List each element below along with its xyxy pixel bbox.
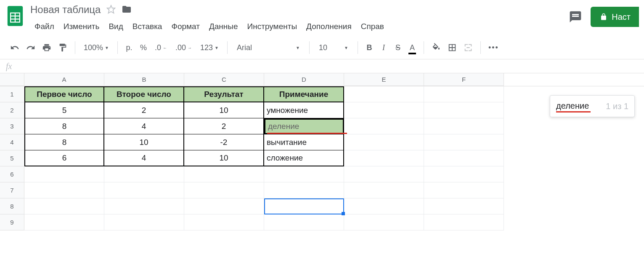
cell-B3[interactable]: 4 <box>104 118 184 134</box>
share-button[interactable]: Наст <box>591 7 639 27</box>
column-header-B[interactable]: B <box>104 73 184 86</box>
cell-F1[interactable] <box>424 86 504 102</box>
row-header-2[interactable]: 2 <box>0 102 24 118</box>
row-header-4[interactable]: 4 <box>0 134 24 150</box>
row-header-7[interactable]: 7 <box>0 182 24 198</box>
menu-format[interactable]: Формат <box>167 19 204 34</box>
cell-D3[interactable]: деление <box>264 118 344 134</box>
column-header-E[interactable]: E <box>344 73 424 86</box>
cell-E7[interactable] <box>344 182 424 198</box>
folder-icon[interactable] <box>122 4 132 16</box>
row-header-3[interactable]: 3 <box>0 118 24 134</box>
cell-C3[interactable]: 2 <box>184 118 264 134</box>
font-dropdown[interactable]: Arial▼ <box>233 40 304 55</box>
increase-decimal-button[interactable]: .00→ <box>172 40 195 55</box>
row-header-6[interactable]: 6 <box>0 166 24 182</box>
menu-file[interactable]: Файл <box>30 19 58 34</box>
cell-A2[interactable]: 5 <box>24 102 104 118</box>
cell-D4[interactable]: вычитание <box>264 134 344 150</box>
cell-E5[interactable] <box>344 150 424 166</box>
cell-C9[interactable] <box>184 214 264 230</box>
cell-F4[interactable] <box>424 134 504 150</box>
cell-C8[interactable] <box>184 198 264 214</box>
number-format-dropdown[interactable]: 123▼ <box>197 40 222 55</box>
cell-A8[interactable] <box>24 198 104 214</box>
row-header-1[interactable]: 1 <box>0 86 24 102</box>
print-button[interactable] <box>40 40 54 55</box>
cell-F8[interactable] <box>424 198 504 214</box>
star-icon[interactable] <box>106 5 116 15</box>
cell-F3[interactable] <box>424 118 504 134</box>
cell-B7[interactable] <box>104 182 184 198</box>
find-term[interactable]: деление <box>556 101 589 112</box>
zoom-dropdown[interactable]: 100%▼ <box>80 40 112 55</box>
row-header-5[interactable]: 5 <box>0 150 24 166</box>
italic-button[interactable]: I <box>377 40 390 55</box>
cell-D6[interactable] <box>264 166 344 182</box>
cell-A5[interactable]: 6 <box>24 150 104 166</box>
menu-view[interactable]: Вид <box>104 19 127 34</box>
cell-B2[interactable]: 2 <box>104 102 184 118</box>
comments-button[interactable] <box>566 8 585 26</box>
column-header-F[interactable]: F <box>424 73 504 86</box>
cell-A4[interactable]: 8 <box>24 134 104 150</box>
cell-A3[interactable]: 8 <box>24 118 104 134</box>
more-button[interactable]: ••• <box>486 40 501 55</box>
cell-C7[interactable] <box>184 182 264 198</box>
percent-button[interactable]: % <box>137 40 150 55</box>
fill-color-button[interactable] <box>429 40 443 55</box>
cell-A9[interactable] <box>24 214 104 230</box>
menu-help[interactable]: Справ <box>357 19 388 34</box>
cell-D9[interactable] <box>264 214 344 230</box>
cell-E9[interactable] <box>344 214 424 230</box>
cell-D2[interactable]: умножение <box>264 102 344 118</box>
cell-D8[interactable] <box>264 198 344 214</box>
cell-B6[interactable] <box>104 166 184 182</box>
cell-E4[interactable] <box>344 134 424 150</box>
font-size-dropdown[interactable]: 10▼ <box>315 40 352 55</box>
document-title[interactable]: Новая таблица <box>30 4 101 16</box>
cell-E6[interactable] <box>344 166 424 182</box>
cell-E2[interactable] <box>344 102 424 118</box>
cell-C2[interactable]: 10 <box>184 102 264 118</box>
cell-F9[interactable] <box>424 214 504 230</box>
cell-F5[interactable] <box>424 150 504 166</box>
column-header-A[interactable]: A <box>24 73 104 86</box>
undo-button[interactable] <box>8 40 22 55</box>
currency-button[interactable]: р. <box>123 40 135 55</box>
cell-A1[interactable]: Первое число <box>24 86 104 102</box>
cell-F2[interactable] <box>424 102 504 118</box>
redo-button[interactable] <box>24 40 38 55</box>
row-header-9[interactable]: 9 <box>0 214 24 230</box>
borders-button[interactable] <box>445 40 459 55</box>
cell-A7[interactable] <box>24 182 104 198</box>
column-header-D[interactable]: D <box>264 73 344 86</box>
menu-insert[interactable]: Вставка <box>128 19 167 34</box>
cell-B4[interactable]: 10 <box>104 134 184 150</box>
decrease-decimal-button[interactable]: .0← <box>151 40 170 55</box>
bold-button[interactable]: B <box>363 40 376 55</box>
cell-C5[interactable]: 10 <box>184 150 264 166</box>
cell-D7[interactable] <box>264 182 344 198</box>
text-color-button[interactable]: A <box>406 40 419 55</box>
cell-D5[interactable]: сложение <box>264 150 344 166</box>
menu-tools[interactable]: Инструменты <box>243 19 301 34</box>
cell-E1[interactable] <box>344 86 424 102</box>
menu-addons[interactable]: Дополнения <box>302 19 356 34</box>
cell-B1[interactable]: Второе число <box>104 86 184 102</box>
formula-input[interactable] <box>22 59 644 73</box>
menu-data[interactable]: Данные <box>205 19 242 34</box>
cell-E8[interactable] <box>344 198 424 214</box>
cell-D1[interactable]: Примечание <box>264 86 344 102</box>
cell-C6[interactable] <box>184 166 264 182</box>
cell-F7[interactable] <box>424 182 504 198</box>
cell-E3[interactable] <box>344 118 424 134</box>
cell-C1[interactable]: Результат <box>184 86 264 102</box>
cell-B8[interactable] <box>104 198 184 214</box>
cell-B9[interactable] <box>104 214 184 230</box>
menu-edit[interactable]: Изменить <box>59 19 104 34</box>
cell-F6[interactable] <box>424 166 504 182</box>
strikethrough-button[interactable]: S <box>392 40 404 55</box>
fill-handle[interactable] <box>342 212 345 215</box>
row-header-8[interactable]: 8 <box>0 198 24 214</box>
